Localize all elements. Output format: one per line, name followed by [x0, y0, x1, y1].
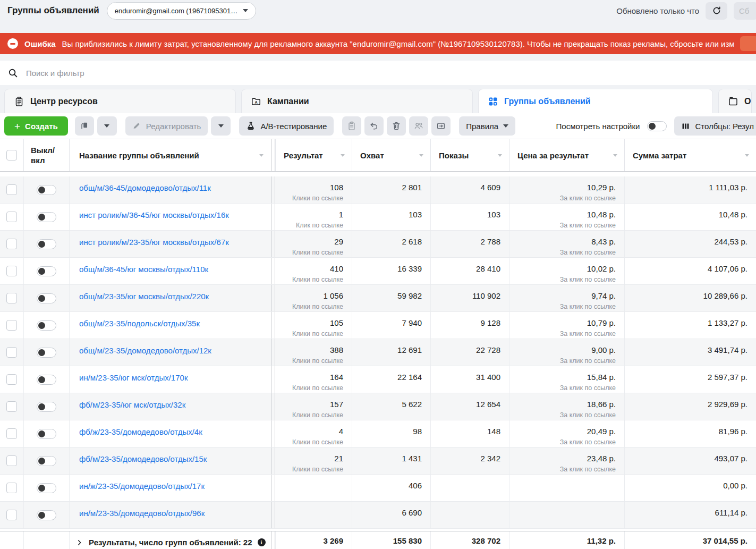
cost-value: 10,29 р. — [514, 183, 616, 193]
row-checkbox[interactable] — [6, 293, 17, 303]
error-action-button[interactable] — [740, 36, 756, 51]
adset-onoff-toggle[interactable] — [37, 212, 56, 222]
columns-button[interactable]: Столбцы: Резул — [674, 116, 756, 136]
adset-onoff-toggle[interactable] — [37, 483, 56, 493]
impressions-cell: 12 654 — [430, 393, 509, 420]
adset-name-link[interactable]: ин/м/23-35/юг мск/отдых/170к — [79, 373, 188, 382]
duplicate-dropdown-button[interactable] — [97, 116, 117, 136]
row-checkbox[interactable] — [6, 347, 17, 358]
search-bar — [0, 61, 756, 85]
tab-campaigns[interactable]: A Кампании — [241, 89, 473, 113]
adset-onoff-toggle[interactable] — [37, 239, 56, 249]
impressions-cell: 4 609 — [430, 176, 509, 203]
impressions-cell: 22 728 — [430, 339, 509, 366]
edit-dropdown-button[interactable] — [211, 116, 231, 136]
row-checkbox[interactable] — [6, 455, 17, 466]
export-button[interactable] — [431, 116, 451, 136]
adset-onoff-toggle[interactable] — [37, 348, 56, 358]
edit-button[interactable]: Редактировать — [125, 116, 208, 136]
export-icon — [436, 121, 446, 131]
spent-value: 1 111,03 р. — [629, 183, 747, 193]
row-checkbox[interactable] — [6, 510, 17, 520]
reach-cell: 16 339 — [352, 258, 430, 284]
totals-result-cell: 3 269Клики по ссылке — [275, 531, 352, 549]
row-checkbox[interactable] — [6, 239, 17, 249]
row-checkbox-cell — [0, 312, 23, 339]
reach-cell: 406 — [352, 475, 430, 501]
adset-onoff-toggle[interactable] — [37, 266, 56, 276]
cost-value: 20,49 р. — [514, 427, 616, 437]
row-checkbox[interactable] — [6, 184, 17, 195]
adset-onoff-toggle[interactable] — [37, 456, 56, 466]
refresh-button[interactable] — [706, 2, 727, 20]
adset-onoff-toggle[interactable] — [37, 510, 56, 520]
adset-name-link[interactable]: общ/м/36-45/домодедово/отдых/11к — [79, 183, 211, 192]
frozen-pane-divider — [271, 420, 275, 447]
undo-button[interactable] — [364, 116, 384, 136]
table-row: инст ролик/м/36-45/юг москвы/отдых/16к 1… — [0, 204, 756, 231]
adset-name-link[interactable]: общ/м/23-35/подольск/отдых/35к — [79, 319, 200, 328]
paste-button[interactable] — [342, 116, 361, 136]
adset-name-link[interactable]: фб/ж/23-35/домодедово/отдых/4к — [79, 427, 202, 436]
adset-onoff-toggle[interactable] — [37, 375, 56, 385]
reach-value: 22 164 — [356, 373, 422, 383]
tab-resource-center[interactable]: Центр ресурсов — [4, 89, 236, 113]
cost-per-result-cell: 9,74 р.За клик по ссылке — [509, 285, 624, 311]
row-checkbox[interactable] — [6, 266, 17, 276]
adset-name-link[interactable]: общ/м/23-35/юг москвы/отдых/220к — [79, 292, 209, 301]
ab-test-button[interactable]: A/B-тестирование — [239, 116, 334, 136]
column-header-cost-per-result[interactable]: Цена за результат — [509, 139, 624, 171]
amount-spent-cell: 3 491,74 р. — [624, 339, 756, 366]
row-checkbox[interactable] — [6, 483, 17, 493]
tab-label: Центр ресурсов — [30, 97, 98, 106]
account-selector[interactable]: enduromir@gmail.com (19671095301… — [107, 2, 256, 20]
column-header-amount-spent[interactable]: Сумма затрат — [624, 139, 756, 171]
adset-onoff-toggle[interactable] — [37, 293, 56, 303]
delete-button[interactable] — [387, 116, 406, 136]
adset-name-link[interactable]: фб/м/23-35/юг мск/отдых/32к — [79, 400, 185, 409]
row-checkbox[interactable] — [6, 212, 17, 222]
spent-value: 611,14 р. — [629, 508, 747, 518]
result-label: Клики по ссылке — [279, 195, 343, 202]
column-header-reach[interactable]: Охват — [352, 139, 430, 171]
info-icon[interactable]: i — [258, 538, 266, 546]
duplicate-button[interactable] — [75, 116, 94, 136]
adset-name-link[interactable]: общ/м/36-45/юг москвы/отдых/110к — [79, 265, 208, 274]
tab-ads[interactable]: Объ — [718, 89, 752, 113]
reach-value: 16 339 — [356, 264, 422, 274]
adset-name-link[interactable]: ин/ж/23-35/домодедово/отдых/17к — [79, 482, 205, 491]
rules-button[interactable]: Правила — [459, 116, 515, 136]
row-checkbox[interactable] — [6, 374, 17, 385]
column-header-name[interactable]: Название группы объявлений — [69, 139, 271, 171]
column-header-result[interactable]: Результат — [275, 139, 352, 171]
tab-ad-sets[interactable]: Группы объявлений — [478, 89, 713, 113]
adset-name-link[interactable]: инст ролик/м/23-35/юг москвы/отдых/67к — [79, 238, 229, 247]
search-input[interactable] — [25, 68, 748, 78]
adset-onoff-toggle[interactable] — [37, 429, 56, 439]
result-label: Клики по ссылке — [279, 384, 343, 392]
row-checkbox[interactable] — [6, 320, 17, 331]
row-checkbox[interactable] — [6, 428, 17, 439]
audience-button[interactable] — [409, 116, 428, 136]
result-cell: 4Клики по ссылке — [275, 420, 352, 447]
adset-name-cell: фб/м/23-35/домодедово/отдых/15к — [69, 447, 271, 474]
adset-name-link[interactable]: ин/м/23-35/домодедово/отдых/96к — [79, 509, 205, 518]
adset-name-link[interactable]: общ/м/23-35/домодедово/отдых/12к — [79, 346, 211, 355]
adset-name-link[interactable]: инст ролик/м/36-45/юг москвы/отдых/16к — [79, 210, 229, 219]
adset-onoff-toggle[interactable] — [37, 185, 56, 195]
create-button[interactable]: + Создать — [4, 116, 68, 136]
cutoff-top-button[interactable]: Сб — [734, 2, 756, 20]
error-minus-icon — [7, 38, 18, 49]
adset-name-link[interactable]: фб/м/23-35/домодедово/отдых/15к — [79, 454, 207, 463]
row-checkbox-cell — [0, 231, 23, 257]
amount-spent-cell: 1 133,27 р. — [624, 312, 756, 339]
adset-onoff-toggle[interactable] — [37, 402, 56, 412]
row-checkbox[interactable] — [6, 401, 17, 412]
view-settings-toggle[interactable] — [647, 121, 667, 131]
column-header-impressions[interactable]: Показы — [430, 139, 509, 171]
result-label: Клики по ссылке — [279, 438, 343, 446]
adset-onoff-toggle[interactable] — [37, 320, 56, 331]
totals-label-cell[interactable]: Результаты, число групп объявлений: 22 i — [69, 531, 271, 549]
toggle-knob — [649, 123, 656, 130]
select-all-checkbox[interactable] — [6, 150, 17, 161]
